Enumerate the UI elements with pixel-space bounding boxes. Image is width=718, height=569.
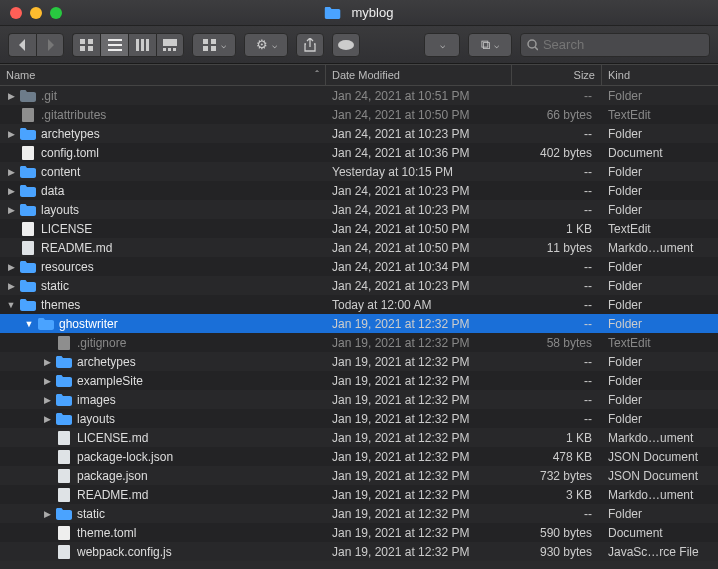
file-row[interactable]: theme.tomlJan 19, 2021 at 12:32 PM590 by… — [0, 523, 718, 542]
file-date: Jan 19, 2021 at 12:32 PM — [326, 450, 512, 464]
file-date: Jan 19, 2021 at 12:32 PM — [326, 355, 512, 369]
file-size: -- — [512, 412, 602, 426]
file-size: 3 KB — [512, 488, 602, 502]
dropbox-icon: ⧉ — [481, 37, 490, 53]
disclosure-triangle[interactable]: ▶ — [42, 395, 52, 405]
file-row[interactable]: ▼themesToday at 12:00 AM--Folder — [0, 295, 718, 314]
column-header-name[interactable]: Nameˆ — [0, 65, 326, 85]
file-row[interactable]: .gitattributesJan 24, 2021 at 10:50 PM66… — [0, 105, 718, 124]
file-kind: Folder — [602, 203, 718, 217]
disclosure-triangle[interactable]: ▶ — [6, 167, 16, 177]
file-row[interactable]: ▶dataJan 24, 2021 at 10:23 PM--Folder — [0, 181, 718, 200]
search-input[interactable] — [543, 37, 703, 52]
file-row[interactable]: ▶layoutsJan 19, 2021 at 12:32 PM--Folder — [0, 409, 718, 428]
file-row[interactable]: ▶layoutsJan 24, 2021 at 10:23 PM--Folder — [0, 200, 718, 219]
file-row[interactable]: ▶contentYesterday at 10:15 PM--Folder — [0, 162, 718, 181]
list-view-button[interactable] — [100, 33, 128, 57]
file-row[interactable]: ▶archetypesJan 24, 2021 at 10:23 PM--Fol… — [0, 124, 718, 143]
tag-icon — [337, 39, 355, 51]
folder-icon — [56, 354, 72, 370]
sort-indicator-icon: ˆ — [315, 69, 319, 81]
file-date: Jan 24, 2021 at 10:51 PM — [326, 89, 512, 103]
disclosure-triangle[interactable]: ▼ — [6, 300, 16, 310]
file-name: static — [41, 279, 69, 293]
file-row[interactable]: package.jsonJan 19, 2021 at 12:32 PM732 … — [0, 466, 718, 485]
file-row[interactable]: LICENSEJan 24, 2021 at 10:50 PM1 KBTextE… — [0, 219, 718, 238]
disclosure-triangle[interactable]: ▶ — [42, 414, 52, 424]
column-headers: Nameˆ Date Modified Size Kind — [0, 64, 718, 86]
file-row[interactable]: ▶.gitJan 24, 2021 at 10:51 PM--Folder — [0, 86, 718, 105]
file-row[interactable]: ▶staticJan 19, 2021 at 12:32 PM--Folder — [0, 504, 718, 523]
file-row[interactable]: config.tomlJan 24, 2021 at 10:36 PM402 b… — [0, 143, 718, 162]
file-row[interactable]: .gitignoreJan 19, 2021 at 12:32 PM58 byt… — [0, 333, 718, 352]
folder-icon — [20, 88, 36, 104]
minimize-window-button[interactable] — [30, 7, 42, 19]
file-row[interactable]: ▶exampleSiteJan 19, 2021 at 12:32 PM--Fo… — [0, 371, 718, 390]
file-row[interactable]: LICENSE.mdJan 19, 2021 at 12:32 PM1 KBMa… — [0, 428, 718, 447]
file-name: layouts — [41, 203, 79, 217]
folder-icon — [325, 5, 341, 21]
file-icon — [20, 221, 36, 237]
share-icon — [304, 38, 316, 52]
svg-point-18 — [338, 40, 354, 50]
file-row[interactable]: README.mdJan 24, 2021 at 10:50 PM11 byte… — [0, 238, 718, 257]
tags-button[interactable] — [332, 33, 360, 57]
file-size: 732 bytes — [512, 469, 602, 483]
file-size: -- — [512, 127, 602, 141]
back-button[interactable] — [8, 33, 36, 57]
folder-icon — [20, 183, 36, 199]
share-button[interactable] — [296, 33, 324, 57]
file-row[interactable]: ▼ghostwriterJan 19, 2021 at 12:32 PM--Fo… — [0, 314, 718, 333]
file-kind: Folder — [602, 507, 718, 521]
svg-rect-5 — [108, 44, 122, 46]
file-row[interactable]: webpack.config.jsJan 19, 2021 at 12:32 P… — [0, 542, 718, 561]
disclosure-triangle[interactable]: ▶ — [42, 376, 52, 386]
close-window-button[interactable] — [10, 7, 22, 19]
folder-icon — [56, 506, 72, 522]
svg-rect-0 — [80, 39, 85, 44]
disclosure-triangle[interactable]: ▼ — [24, 319, 34, 329]
file-name: exampleSite — [77, 374, 143, 388]
file-name: config.toml — [41, 146, 99, 160]
folder-icon — [20, 259, 36, 275]
disclosure-triangle[interactable]: ▶ — [6, 129, 16, 139]
column-view-button[interactable] — [128, 33, 156, 57]
dropbox-button[interactable]: ⧉⌵ — [468, 33, 512, 57]
file-row[interactable]: README.mdJan 19, 2021 at 12:32 PM3 KBMar… — [0, 485, 718, 504]
file-icon — [20, 240, 36, 256]
disclosure-triangle[interactable]: ▶ — [6, 91, 16, 101]
disclosure-triangle[interactable]: ▶ — [6, 186, 16, 196]
file-date: Jan 19, 2021 at 12:32 PM — [326, 412, 512, 426]
arrange-button[interactable]: ⌵ — [192, 33, 236, 57]
column-header-size[interactable]: Size — [512, 65, 602, 85]
column-header-kind[interactable]: Kind — [602, 65, 718, 85]
disclosure-triangle[interactable]: ▶ — [42, 509, 52, 519]
file-date: Jan 19, 2021 at 12:32 PM — [326, 374, 512, 388]
file-row[interactable]: ▶resourcesJan 24, 2021 at 10:34 PM--Fold… — [0, 257, 718, 276]
dropdown-1-button[interactable]: ⌵ — [424, 33, 460, 57]
file-size: -- — [512, 317, 602, 331]
gear-icon: ⚙ — [256, 37, 268, 52]
icon-view-button[interactable] — [72, 33, 100, 57]
file-row[interactable]: ▶archetypesJan 19, 2021 at 12:32 PM--Fol… — [0, 352, 718, 371]
file-size: -- — [512, 393, 602, 407]
column-header-date[interactable]: Date Modified — [326, 65, 512, 85]
disclosure-triangle[interactable]: ▶ — [6, 281, 16, 291]
file-date: Today at 12:00 AM — [326, 298, 512, 312]
file-name: .git — [41, 89, 57, 103]
file-date: Jan 19, 2021 at 12:32 PM — [326, 488, 512, 502]
file-size: -- — [512, 89, 602, 103]
action-button[interactable]: ⚙⌵ — [244, 33, 288, 57]
disclosure-triangle[interactable]: ▶ — [42, 357, 52, 367]
file-name: .gitignore — [77, 336, 126, 350]
search-field[interactable] — [520, 33, 710, 57]
file-row[interactable]: package-lock.jsonJan 19, 2021 at 12:32 P… — [0, 447, 718, 466]
gallery-view-button[interactable] — [156, 33, 184, 57]
file-name: .gitattributes — [41, 108, 106, 122]
forward-button[interactable] — [36, 33, 64, 57]
disclosure-triangle[interactable]: ▶ — [6, 205, 16, 215]
disclosure-triangle[interactable]: ▶ — [6, 262, 16, 272]
file-row[interactable]: ▶imagesJan 19, 2021 at 12:32 PM--Folder — [0, 390, 718, 409]
zoom-window-button[interactable] — [50, 7, 62, 19]
file-row[interactable]: ▶staticJan 24, 2021 at 10:23 PM--Folder — [0, 276, 718, 295]
